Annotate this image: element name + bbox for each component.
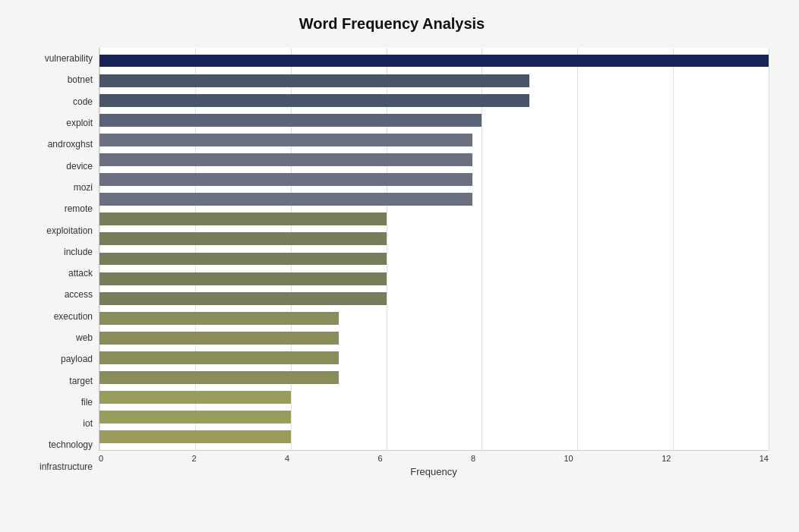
x-tick-label: 10: [564, 454, 573, 463]
bar-row: [99, 51, 769, 71]
bar: [99, 332, 339, 345]
y-axis-labels: vulnerabilitybotnetcodeexploitandroxghst…: [15, 48, 99, 477]
y-label: include: [15, 247, 93, 257]
chart-title: Word Frequency Analysis: [15, 15, 769, 33]
bar-row: [99, 288, 769, 308]
bar: [99, 312, 339, 325]
bar: [99, 411, 291, 423]
bar: [99, 114, 482, 127]
y-label: attack: [15, 269, 93, 278]
bar: [99, 371, 339, 384]
y-label: exploit: [15, 118, 93, 127]
x-tick-label: 14: [760, 454, 769, 463]
bar-row: [99, 348, 769, 367]
x-tick-label: 8: [471, 454, 475, 463]
bar: [99, 153, 472, 166]
chart-container: Word Frequency Analysis vulnerabilitybot…: [0, 0, 799, 532]
y-label: androxghst: [15, 140, 93, 149]
bar: [99, 55, 769, 68]
bar-row: [99, 269, 769, 288]
y-label: botnet: [15, 75, 93, 84]
x-tick-label: 0: [99, 454, 103, 463]
bar-row: [99, 408, 769, 427]
bar: [99, 292, 387, 305]
bar: [99, 272, 387, 285]
bar-row: [99, 170, 769, 190]
bar-row: [99, 110, 769, 130]
y-label: target: [15, 376, 93, 386]
y-label: exploitation: [15, 226, 93, 235]
y-label: execution: [15, 312, 93, 321]
bar-row: [99, 249, 769, 269]
y-label: remote: [15, 204, 93, 213]
bar: [99, 212, 387, 225]
bar-row: [99, 209, 769, 229]
x-tick-label: 12: [662, 454, 671, 463]
bar: [99, 74, 529, 87]
x-axis-title: Frequency: [99, 466, 769, 477]
x-axis-ticks: 02468101214: [99, 451, 769, 463]
bar: [99, 430, 291, 443]
bar-row: [99, 388, 769, 408]
bar: [99, 134, 472, 146]
x-tick-label: 2: [192, 454, 197, 463]
y-label: mozi: [15, 183, 93, 192]
bar-row: [99, 229, 769, 249]
bar-row: [99, 328, 769, 348]
bar: [99, 391, 291, 404]
y-label: access: [15, 290, 93, 299]
grid-line: [769, 48, 769, 450]
y-label: technology: [15, 440, 93, 449]
bar: [99, 173, 472, 186]
bar: [99, 232, 387, 245]
bar-row: [99, 308, 769, 328]
bar-row: [99, 150, 769, 169]
y-label: infrastructure: [15, 462, 93, 471]
x-tick-label: 4: [285, 454, 289, 463]
bar: [99, 351, 339, 364]
y-label: payload: [15, 354, 93, 364]
bar-row: [99, 90, 769, 110]
y-label: vulnerability: [15, 54, 93, 63]
y-label: iot: [15, 419, 93, 428]
bar-row: [99, 427, 769, 447]
bars-wrapper: [99, 48, 769, 450]
bar-row: [99, 190, 769, 209]
y-label: code: [15, 97, 93, 106]
chart-plot-area: [99, 48, 769, 451]
bar-row: [99, 368, 769, 388]
x-tick-label: 6: [378, 454, 383, 463]
y-label: file: [15, 398, 93, 407]
bar: [99, 94, 529, 107]
bar-row: [99, 130, 769, 150]
y-label: web: [15, 333, 93, 342]
bar-row: [99, 71, 769, 90]
bar: [99, 193, 472, 206]
y-label: device: [15, 162, 93, 171]
bar: [99, 253, 387, 266]
